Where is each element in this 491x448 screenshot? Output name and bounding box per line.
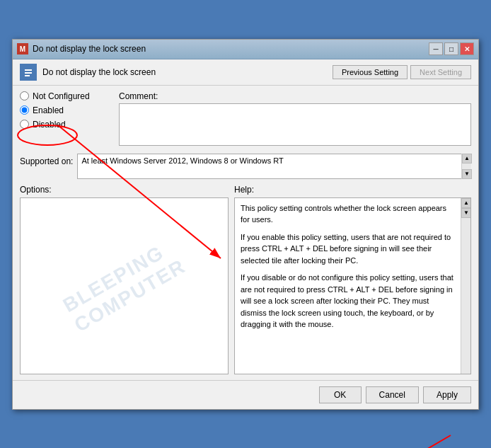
prev-setting-button[interactable]: Previous Setting [333,65,408,79]
help-panel: Help: This policy setting controls wheth… [234,185,471,374]
not-configured-radio[interactable] [20,91,29,100]
apply-button[interactable]: Apply [423,386,471,403]
enabled-radio[interactable] [20,105,29,115]
help-scroll-up[interactable]: ▲ [461,198,471,208]
help-box: This policy setting controls whether the… [234,197,471,374]
options-panel: Options: BLEEPING COMPUTER [20,185,229,374]
window-controls: ─ □ ✕ [429,42,474,55]
supported-label: Supported on: [20,156,73,166]
options-box: BLEEPING COMPUTER [20,197,229,374]
supported-value: At least Windows Server 2012, Windows 8 … [81,156,283,165]
svg-rect-5 [25,75,30,76]
not-configured-option[interactable]: Not Configured [20,91,112,101]
disabled-label: Disabled [33,120,66,130]
comment-input[interactable] [119,103,471,146]
title-bar: M Do not display the lock screen ─ □ ✕ [13,40,478,59]
minimize-button[interactable]: ─ [429,42,443,55]
help-text-1: This policy setting controls whether the… [241,202,454,226]
supported-section: Supported on: At least Windows Server 20… [20,154,471,179]
supported-scrollbar[interactable]: ▲ ▼ [461,154,471,179]
disabled-option[interactable]: Disabled [20,120,112,130]
policy-icon [20,64,37,81]
scroll-down-arrow[interactable]: ▼ [462,169,472,179]
enabled-option[interactable]: Enabled [20,105,112,115]
help-scroll-down[interactable]: ▼ [461,208,471,218]
watermark: BLEEPING COMPUTER [59,235,190,337]
app-icon: M [17,43,28,54]
dialog-footer: OK Cancel Apply [13,380,478,409]
svg-line-11 [408,435,451,449]
cancel-button[interactable]: Cancel [366,386,419,403]
enabled-label: Enabled [33,105,64,115]
ok-button[interactable]: OK [319,386,362,403]
window-title: Do not display the lock screen [33,44,146,54]
next-setting-button[interactable]: Next Setting [410,65,471,79]
configuration-radio-group: Not Configured Enabled Disabled [20,91,112,148]
help-scrollbar[interactable]: ▲ ▼ [461,198,470,374]
supported-value-box: At least Windows Server 2012, Windows 8 … [77,154,471,179]
svg-rect-4 [25,72,32,74]
svg-text:M: M [20,45,25,53]
scroll-up-arrow[interactable]: ▲ [462,154,472,163]
help-label: Help: [234,185,471,195]
comment-label: Comment: [119,91,471,101]
dialog-header: Do not display the lock screen Previous … [13,59,478,86]
comment-section: Comment: [119,91,471,148]
close-button[interactable]: ✕ [460,42,474,55]
help-text-3: If you disable or do not configure this … [241,272,454,331]
svg-rect-3 [25,69,32,71]
help-text-2: If you enable this policy setting, users… [241,231,454,267]
not-configured-label: Not Configured [33,91,90,101]
options-label: Options: [20,185,229,195]
dialog-header-title: Do not display the lock screen [42,67,156,77]
maximize-button[interactable]: □ [444,42,458,55]
disabled-radio[interactable] [20,120,29,129]
